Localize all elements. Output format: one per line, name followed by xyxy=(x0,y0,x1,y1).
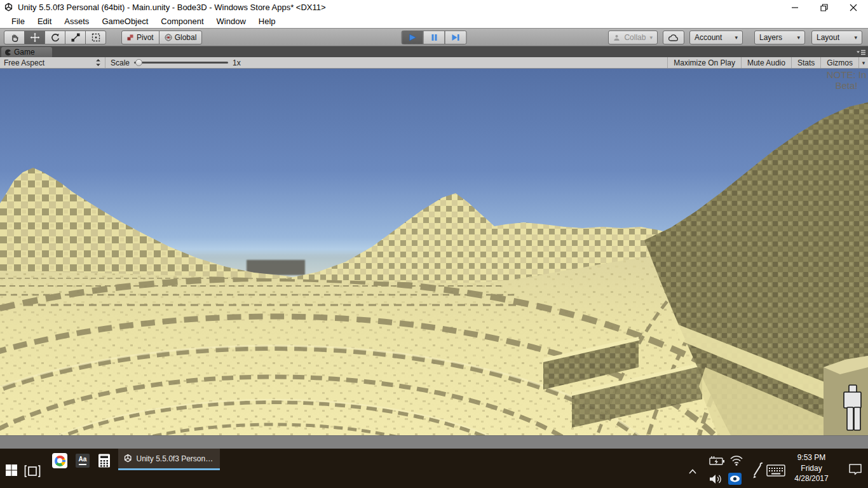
tab-game[interactable]: Game xyxy=(1,47,52,57)
editor-toolbar: Pivot Global Collab ▾ xyxy=(0,28,868,46)
player-character xyxy=(824,356,868,435)
restore-button[interactable] xyxy=(810,0,839,15)
stats-button[interactable]: Stats xyxy=(791,57,820,68)
editor-status-strip xyxy=(0,435,868,449)
pivot-button[interactable]: Pivot xyxy=(121,30,159,44)
pause-button[interactable] xyxy=(423,30,445,44)
hand-icon xyxy=(10,32,20,43)
beta-note-overlay: NOTE: In Beta! xyxy=(825,69,867,91)
rect-icon xyxy=(91,32,101,43)
menu-file[interactable]: File xyxy=(5,15,31,28)
cloud-button[interactable] xyxy=(663,30,684,44)
eye-protection-tray-icon[interactable] xyxy=(728,473,742,485)
collab-button[interactable]: Collab ▾ xyxy=(608,30,658,44)
step-icon xyxy=(451,34,460,41)
clock-day: Friday xyxy=(787,463,836,474)
panel-menu-icon[interactable] xyxy=(856,48,866,59)
dictionary-app-icon[interactable]: Aa xyxy=(76,454,90,468)
cloud-icon xyxy=(668,34,679,42)
menu-edit[interactable]: Edit xyxy=(31,15,58,28)
clock-time: 9:53 PM xyxy=(787,452,836,463)
battery-icon[interactable] xyxy=(707,454,725,466)
move-tool-button[interactable] xyxy=(24,30,45,44)
window-title-bar: Unity 5.5.0f3 Personal (64bit) - Main.un… xyxy=(0,0,868,15)
hand-tool-button[interactable] xyxy=(4,30,25,44)
toolbar-right: Collab ▾ Account ▾ Layers ▾ Layout ▾ xyxy=(608,30,862,44)
desktop-screen: Unity 5.5.0f3 Personal (64bit) - Main.un… xyxy=(0,0,868,488)
global-button[interactable]: Global xyxy=(159,30,203,44)
game-view-icon xyxy=(4,49,11,56)
scale-label: Scale xyxy=(111,58,130,67)
aspect-dropdown[interactable]: Free Aspect xyxy=(0,57,105,68)
windows-logo-icon xyxy=(5,464,18,477)
window-title: Unity 5.5.0f3 Personal (64bit) - Main.un… xyxy=(18,3,326,12)
wifi-icon[interactable] xyxy=(729,454,744,466)
globe-icon xyxy=(165,34,172,41)
scale-icon xyxy=(71,32,81,43)
pivot-icon xyxy=(127,34,134,41)
panel-tab-strip: Game xyxy=(0,46,868,57)
tray-expand-chevron[interactable] xyxy=(688,468,698,475)
game-view-buttons: Maximize On Play Mute Audio Stats Gizmos… xyxy=(667,57,868,68)
menu-help[interactable]: Help xyxy=(252,15,282,28)
pen-icon[interactable] xyxy=(750,461,764,479)
game-view-controls: Free Aspect Scale 1x Maximize On Play Mu… xyxy=(0,57,868,69)
clock-date: 4/28/2017 xyxy=(787,473,836,484)
layout-dropdown[interactable]: Layout ▾ xyxy=(811,30,862,44)
transform-tools xyxy=(4,30,106,44)
scale-slider-knob[interactable] xyxy=(135,59,142,66)
action-center-icon[interactable] xyxy=(848,463,863,477)
person-icon xyxy=(613,34,620,41)
unity-logo-icon xyxy=(4,3,13,12)
menu-gameobject[interactable]: GameObject xyxy=(95,15,154,28)
gizmos-button[interactable]: Gizmos xyxy=(820,57,858,68)
rotate-tool-button[interactable] xyxy=(44,30,65,44)
scale-value: 1x xyxy=(233,58,241,67)
taskbar-unity-button[interactable]: Unity 5.5.0f3 Personal... xyxy=(118,449,220,470)
start-button[interactable] xyxy=(4,463,18,477)
taskbar-clock[interactable]: 9:53 PM Friday 4/28/2017 xyxy=(787,452,836,484)
scale-slider-area: Scale 1x xyxy=(111,58,241,67)
game-viewport[interactable]: NOTE: In Beta! xyxy=(0,69,868,435)
rect-tool-button[interactable] xyxy=(85,30,106,44)
unity-logo-icon xyxy=(123,454,132,463)
pivot-global-group: Pivot Global xyxy=(122,30,202,44)
google-icon[interactable] xyxy=(52,453,67,468)
voxel-terrain-scene xyxy=(0,69,868,435)
play-icon xyxy=(408,34,417,41)
task-view-icon xyxy=(24,465,41,477)
mute-audio-button[interactable]: Mute Audio xyxy=(741,57,791,68)
calculator-icon[interactable] xyxy=(97,454,111,468)
menu-assets[interactable]: Assets xyxy=(58,15,95,28)
touch-keyboard-icon[interactable] xyxy=(766,463,786,477)
maximize-on-play-button[interactable]: Maximize On Play xyxy=(667,57,741,68)
play-button[interactable] xyxy=(402,30,424,44)
windows-taskbar: Aa Unity 5.5.0f3 Personal... xyxy=(0,449,868,488)
menu-bar: File Edit Assets GameObject Component Wi… xyxy=(0,15,868,28)
account-dropdown[interactable]: Account ▾ xyxy=(689,30,743,44)
scale-slider[interactable] xyxy=(134,62,228,64)
layers-dropdown[interactable]: Layers ▾ xyxy=(754,30,805,44)
move-icon xyxy=(30,32,40,43)
minimize-button[interactable] xyxy=(780,0,810,15)
playmode-controls xyxy=(402,30,467,44)
task-view-button[interactable] xyxy=(24,464,41,477)
scale-tool-button[interactable] xyxy=(65,30,86,44)
stepper-icon xyxy=(95,58,101,67)
step-button[interactable] xyxy=(445,30,467,44)
pause-icon xyxy=(430,34,438,41)
menu-window[interactable]: Window xyxy=(210,15,252,28)
rotate-icon xyxy=(50,32,60,43)
close-icon[interactable] xyxy=(839,0,868,15)
menu-component[interactable]: Component xyxy=(154,15,210,28)
volume-icon[interactable] xyxy=(708,473,723,485)
